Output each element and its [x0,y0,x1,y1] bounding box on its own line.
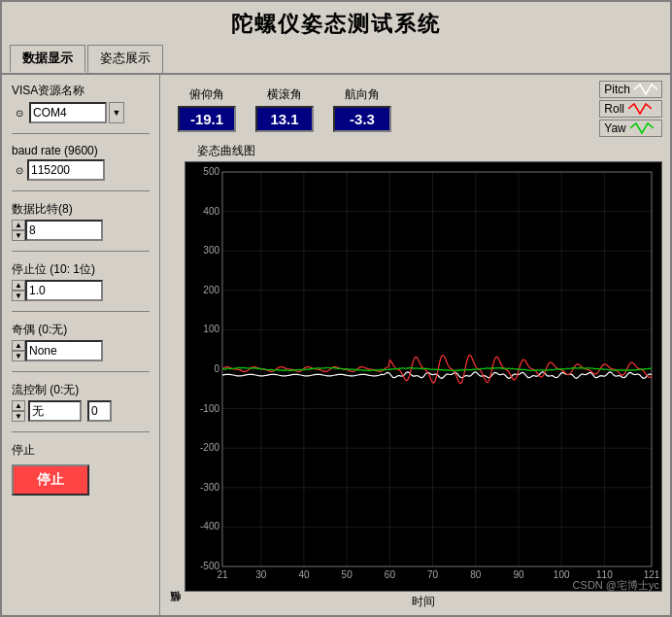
flow-num-input[interactable] [87,400,112,422]
pitch-legend-line [634,83,657,96]
parity-input[interactable] [25,340,103,361]
com-input[interactable] [29,102,107,123]
data-bits-label: 数据比特(8) [12,201,150,218]
legend-pitch: Pitch [599,81,662,98]
flow-num-text[interactable] [91,404,108,418]
stop-bits-text-input[interactable] [29,284,99,297]
visa-label: VISA资源名称 [12,83,150,99]
data-bits-down[interactable]: ▼ [12,230,25,241]
stop-bits-down[interactable]: ▼ [12,291,25,301]
right-panel: 俯仰角 -19.1 横滚角 13.1 航向角 -3.3 Pitch [160,75,670,615]
left-panel: VISA资源名称 ⊙ ▼ baud rate (9600) ⊙ [2,75,160,615]
roll-legend-label: Roll [604,102,624,116]
yaw-legend-label: Yaw [604,121,625,135]
legend-yaw: Yaw [599,120,662,137]
parity-label: 奇偶 (0:无) [12,322,150,338]
yaw-indicator: 航向角 -3.3 [333,86,391,132]
baud-input[interactable] [27,159,105,181]
flow-down[interactable]: ▼ [12,411,25,422]
yaw-value: -3.3 [333,106,391,132]
indicators-row: 俯仰角 -19.1 横滚角 13.1 航向角 -3.3 Pitch [168,81,662,137]
tab-data-display[interactable]: 数据显示 [10,45,85,73]
stop-bits-label: 停止位 (10: 1位) [12,261,150,278]
roll-label: 横滚角 [267,86,302,103]
com-text-input[interactable] [33,106,103,120]
legend-panel: Pitch Roll Yaw [599,81,662,137]
flow-label: 流控制 (0:无) [12,382,150,398]
app-title: 陀螺仪姿态测试系统 [2,2,670,45]
y-axis-label: 幅值 [168,161,183,610]
baud-label: baud rate (9600) [12,144,150,157]
pitch-indicator: 俯仰角 -19.1 [178,86,236,132]
data-bits-text-input[interactable] [29,223,99,237]
x-axis-label: 时间 [185,594,662,610]
flow-up[interactable]: ▲ [12,400,25,411]
yaw-label: 航向角 [345,86,380,103]
roll-value: 13.1 [255,106,314,132]
com-icon: ⊙ [12,105,27,120]
legend-roll: Roll [599,100,662,118]
data-bits-input[interactable] [25,220,103,241]
roll-indicator: 横滚角 13.1 [255,86,314,132]
chart-canvas [185,161,662,592]
chart-title: 姿态曲线图 [197,143,662,159]
tabs-bar: 数据显示 姿态展示 [2,45,670,75]
stop-button[interactable]: 停止 [12,464,89,496]
data-bits-up[interactable]: ▲ [12,220,25,230]
baud-icon: ⊙ [12,162,27,178]
parity-up[interactable]: ▲ [12,340,25,351]
parity-down[interactable]: ▼ [12,351,25,361]
flow-text-input[interactable] [32,404,78,418]
parity-text-input[interactable] [29,344,99,358]
stop-label: 停止 [12,442,150,459]
chart-wrapper: 幅值 时间 [168,161,662,610]
pitch-value: -19.1 [178,106,236,132]
chart-area: 时间 [185,161,662,610]
pitch-legend-label: Pitch [604,83,630,96]
flow-value-input[interactable] [28,400,82,422]
tab-attitude-display[interactable]: 姿态展示 [87,45,163,73]
baud-text-input[interactable] [31,163,101,177]
roll-legend-line [628,102,652,116]
pitch-label: 俯仰角 [189,86,224,103]
stop-bits-input[interactable] [25,280,103,301]
yaw-legend-line [630,121,654,135]
com-dropdown[interactable]: ▼ [109,102,124,123]
stop-bits-up[interactable]: ▲ [12,280,25,291]
